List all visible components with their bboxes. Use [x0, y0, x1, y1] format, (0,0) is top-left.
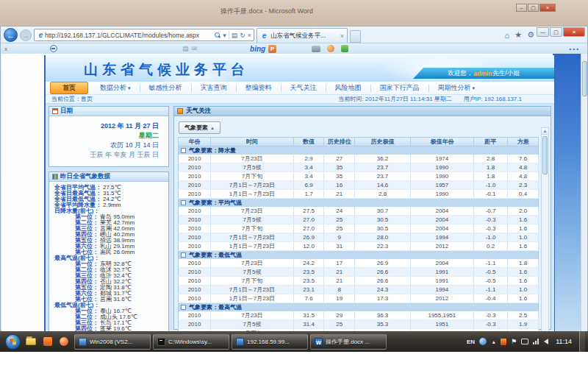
- minimize-icon[interactable]: –: [516, 4, 527, 12]
- table-cell: 16: [324, 181, 355, 190]
- browser-tab[interactable]: e 山东省气候业务平... ×: [257, 28, 348, 43]
- table-row[interactable]: 20107月1日～7月23日6.91614.61957-1.02.3: [179, 181, 539, 190]
- table-row[interactable]: 20107月下旬23.52126.61991-0.51.6: [179, 277, 539, 286]
- search-icon[interactable]: [215, 32, 220, 38]
- table-cell: 25: [324, 216, 355, 224]
- checkbox[interactable]: [181, 252, 186, 258]
- tab-close-icon[interactable]: ×: [340, 32, 344, 40]
- table-row[interactable]: 20107月23日24.21726.92004-1.11.8: [179, 259, 539, 268]
- address-bar[interactable]: e http://192.168.137.1/GLCCLIMATE/module…: [34, 29, 254, 41]
- table-row[interactable]: 20101月1日～7月23日7.61917.32012-0.41.6: [179, 294, 539, 303]
- nav-item-2[interactable]: 敏感性分析: [140, 82, 191, 93]
- close-toolbar-icon[interactable]: x: [4, 46, 7, 52]
- table-row[interactable]: 20107月1日～7月23日26.9928.01994-1.01.0: [179, 233, 539, 242]
- volume-icon[interactable]: [544, 339, 548, 344]
- table-scrollbar-thumb[interactable]: [542, 136, 548, 174]
- status-right: 当前时间: 2012年11月27日 11:14:31 星期二 用户IP: 192…: [338, 95, 522, 103]
- nav-item-6[interactable]: 风险地图: [326, 82, 370, 93]
- show-desktop-button[interactable]: [579, 331, 585, 352]
- weather-focus-panel: 天气关注 气象要素 ▲: [173, 106, 551, 330]
- mail-icon[interactable]: ✉: [192, 45, 198, 52]
- table-row[interactable]: 20107月1日～7月23日23.1824.31994-1.11.0: [179, 286, 539, 294]
- browser-orb-icon[interactable]: [60, 337, 68, 346]
- taskbar-button-2[interactable]: 192.168.59.99...: [232, 334, 308, 350]
- start-button[interactable]: [5, 334, 21, 350]
- card-icon[interactable]: ▤: [182, 45, 189, 52]
- table-cell: 7月23日: [211, 155, 294, 163]
- table-scrollbar[interactable]: ▲ ▼: [541, 127, 549, 331]
- action-center-flag-icon[interactable]: ⚑: [511, 338, 517, 345]
- table-row[interactable]: 20107月下旬3.43523.719901.84.8: [179, 172, 539, 181]
- plugin-orb-icon[interactable]: [327, 45, 334, 52]
- table-cell: 1.6: [508, 216, 539, 224]
- notification-icon[interactable]: [501, 339, 506, 345]
- table-row[interactable]: 20107月5候31.42535.31951-0.31.9: [179, 320, 539, 329]
- table-cell: -0.1: [473, 190, 508, 199]
- maximize-icon[interactable]: ▢: [528, 4, 539, 12]
- taskbar-button-0[interactable]: Win2008 (VS2...: [74, 334, 151, 350]
- table-row[interactable]: 20107月23日27.52430.72004-0.72.0: [179, 207, 539, 216]
- page-background-band: [553, 54, 581, 331]
- nav-item-4[interactable]: 整编资料: [237, 82, 281, 93]
- table-row[interactable]: 20107月5候3.43523.719901.84.8: [179, 163, 539, 172]
- nav-item-8[interactable]: 周期性分析▾: [429, 82, 484, 93]
- close-icon[interactable]: ×: [563, 27, 585, 37]
- table-row[interactable]: 20107月23日2.92736.219742.87.6: [179, 155, 539, 163]
- scrollbar-thumb[interactable]: [582, 61, 587, 96]
- maximize-icon[interactable]: ▢: [550, 27, 562, 37]
- checkbox[interactable]: [181, 305, 186, 310]
- stop-icon[interactable]: ×: [248, 32, 251, 39]
- compatibility-view-icon[interactable]: ▤: [232, 32, 238, 39]
- pinned-app-icon[interactable]: [43, 337, 52, 346]
- minimize-icon[interactable]: —: [537, 27, 549, 37]
- table-row[interactable]: 20101月1日～7月23日12.03122.320120.21.6: [179, 242, 539, 251]
- plugin-cube-icon[interactable]: [341, 45, 348, 52]
- browser-scrollbar[interactable]: [581, 54, 587, 331]
- table-row[interactable]: 20107月下旬27.02530.52004-0.31.6: [179, 224, 539, 233]
- clock[interactable]: 11:14: [556, 338, 572, 345]
- checkbox[interactable]: [181, 148, 186, 153]
- blocked-plugin-icon[interactable]: [50, 45, 57, 52]
- ime-sphere-icon[interactable]: [479, 338, 487, 345]
- explorer-folder-icon[interactable]: [26, 338, 36, 345]
- more-options-icon[interactable]: •••: [570, 46, 580, 52]
- display-icon[interactable]: [521, 339, 528, 344]
- table-cell: 1974: [411, 155, 474, 163]
- network-icon[interactable]: [533, 339, 539, 344]
- table-cell: 21: [324, 277, 355, 286]
- nav-item-1[interactable]: 数据分析▾: [91, 82, 140, 93]
- taskbar-button-3[interactable]: W操作手册.docx ...: [310, 334, 387, 350]
- favorites-star-icon[interactable]: ★: [514, 30, 522, 40]
- bing-p-icon[interactable]: P: [268, 45, 276, 53]
- forward-button[interactable]: →: [20, 29, 32, 41]
- tools-gear-icon[interactable]: ⚙: [527, 30, 534, 40]
- table-row[interactable]: 20107月5候27.02530.52004-0.31.6: [179, 216, 539, 224]
- chevron-down-icon[interactable]: ▾: [223, 32, 226, 39]
- group-band-cell: 气象要素：降水量: [179, 146, 539, 155]
- refresh-icon[interactable]: ↻: [240, 32, 245, 39]
- nav-item-7[interactable]: 国家下行产品: [371, 82, 429, 93]
- back-button[interactable]: ←: [4, 28, 18, 42]
- nav-item-0[interactable]: 首页: [50, 82, 88, 94]
- scroll-up-icon[interactable]: ▲: [542, 128, 548, 135]
- bing-logo[interactable]: bing: [250, 45, 265, 53]
- table-cell: -1.0: [473, 233, 508, 242]
- checkbox[interactable]: [181, 200, 186, 205]
- tab-title[interactable]: 山东省气候业务平...: [270, 32, 338, 40]
- taskbar-button-1[interactable]: C:\Windows\sy...: [153, 334, 229, 350]
- tray-expand-icon[interactable]: ▲: [491, 339, 496, 344]
- table-row[interactable]: 20107月5候23.52126.61991-0.51.6: [179, 268, 539, 277]
- nav-item-5[interactable]: 天气关注: [282, 82, 326, 93]
- taskbar-button-label: 192.168.59.99...: [247, 339, 290, 345]
- table-cell: 2010: [179, 155, 211, 163]
- home-icon[interactable]: ⌂: [505, 31, 510, 40]
- element-filter-button[interactable]: 气象要素 ▲: [179, 121, 220, 134]
- language-indicator[interactable]: EN: [467, 339, 475, 345]
- camera-icon[interactable]: [312, 46, 320, 52]
- close-icon[interactable]: ×: [539, 4, 556, 12]
- table-row[interactable]: 20107月23日31.52936.31955,1951-0.32.5: [179, 311, 539, 320]
- url-text[interactable]: http://192.168.137.1/GLCCLIMATE/modules/…: [45, 32, 215, 39]
- table-row[interactable]: 20101月1日～7月23日1.7212.81990-0.10.4: [179, 190, 539, 199]
- new-tab-button[interactable]: [350, 30, 361, 43]
- nav-item-3[interactable]: 灾害查询: [192, 82, 236, 93]
